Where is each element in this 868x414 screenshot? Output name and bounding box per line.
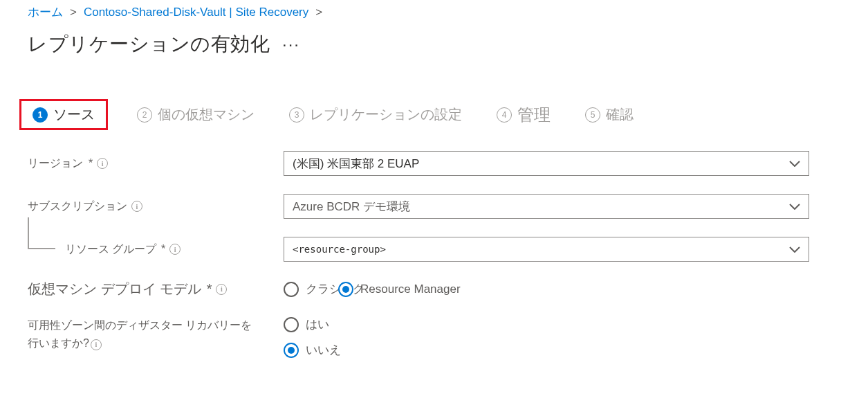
info-icon[interactable]: i [91, 339, 102, 350]
subscription-select-value: Azure BCDR デモ環境 [293, 199, 410, 215]
radio-icon [338, 282, 353, 297]
region-select-value: (米国) 米国東部 2 EUAP [293, 156, 419, 172]
info-icon[interactable]: i [131, 201, 142, 212]
label-resource-group: リソース グループ * i [28, 242, 284, 257]
resource-group-select[interactable]: <resource-group> [284, 237, 809, 262]
label-subscription-text: サブスクリプション [28, 199, 127, 214]
az-option-yes-label: はい [306, 316, 329, 332]
row-availability-zone: 可用性ゾーン間のディザスター リカバリーを 行いますか?i はい いいえ [28, 316, 840, 368]
step-source[interactable]: 1 ソース [19, 99, 108, 130]
wizard-steps: 1 ソース 2 個の仮想マシン 3 レプリケーションの設定 4 管理 5 確認 [19, 99, 840, 130]
step-vms-badge: 2 [137, 107, 152, 123]
breadcrumb: ホーム > Contoso-Shared-Disk-Vault | Site R… [28, 0, 840, 20]
breadcrumb-home[interactable]: ホーム [28, 4, 63, 20]
info-icon[interactable]: i [169, 244, 181, 255]
step-manage-label: 管理 [517, 104, 551, 126]
breadcrumb-sep-2: > [315, 6, 322, 19]
az-option-no-label: いいえ [306, 342, 341, 358]
breadcrumb-sep-1: > [70, 6, 77, 19]
step-source-badge: 1 [33, 107, 48, 123]
step-review[interactable]: 5 確認 [580, 102, 639, 127]
step-replication-settings[interactable]: 3 レプリケーションの設定 [284, 102, 468, 127]
step-replication-label: レプリケーションの設定 [310, 105, 462, 124]
label-resource-group-text: リソース グループ * [65, 242, 165, 257]
step-manage[interactable]: 4 管理 [491, 101, 556, 129]
step-review-label: 確認 [606, 105, 634, 124]
step-replication-badge: 3 [289, 107, 304, 123]
page-root: ホーム > Contoso-Shared-Disk-Vault | Site R… [0, 0, 868, 413]
chevron-down-icon [789, 203, 800, 210]
step-review-badge: 5 [585, 107, 600, 123]
control-resource-group: <resource-group> [284, 237, 809, 262]
az-option-no[interactable]: いいえ [284, 342, 809, 358]
radio-icon [284, 317, 299, 332]
chevron-down-icon [789, 160, 800, 167]
step-manage-badge: 4 [497, 107, 512, 123]
radio-icon [284, 343, 299, 358]
control-deploy-model: クラシック Resource Manager [284, 281, 809, 297]
subscription-select[interactable]: Azure BCDR デモ環境 [284, 194, 809, 219]
indent-connector [28, 217, 55, 249]
row-deploy-model: 仮想マシン デプロイ モデル * i クラシック Resource Manage… [28, 280, 840, 298]
radio-icon [284, 282, 299, 297]
label-deploy-model: 仮想マシン デプロイ モデル * i [28, 280, 284, 298]
page-title: レプリケーションの有効化 [28, 31, 270, 57]
label-subscription: サブスクリプション i [28, 199, 284, 214]
chevron-down-icon [789, 246, 800, 253]
region-select[interactable]: (米国) 米国東部 2 EUAP [284, 151, 809, 176]
label-availability-zone-text: 可用性ゾーン間のディザスター リカバリーを 行いますか?i [28, 316, 252, 352]
label-availability-zone: 可用性ゾーン間のディザスター リカバリーを 行いますか?i [28, 316, 284, 352]
control-subscription: Azure BCDR デモ環境 [284, 194, 809, 219]
info-icon[interactable]: i [97, 158, 108, 169]
breadcrumb-vault[interactable]: Contoso-Shared-Disk-Vault | Site Recover… [84, 6, 308, 19]
form-area: リージョン* i (米国) 米国東部 2 EUAP サブスクリプション i Az… [28, 151, 840, 368]
label-region-text: リージョン [28, 156, 83, 171]
step-source-label: ソース [53, 105, 95, 124]
page-title-row: レプリケーションの有効化 ··· [28, 31, 840, 57]
label-region-req: * [89, 157, 93, 170]
deploy-option-rm-label: Resource Manager [360, 282, 461, 296]
step-vms[interactable]: 2 個の仮想マシン [131, 102, 260, 127]
deploy-option-rm[interactable]: Resource Manager [338, 282, 461, 297]
control-availability-zone: はい いいえ [284, 316, 809, 368]
az-option-yes[interactable]: はい [284, 316, 809, 332]
control-region: (米国) 米国東部 2 EUAP [284, 151, 809, 176]
row-region: リージョン* i (米国) 米国東部 2 EUAP [28, 151, 840, 176]
row-subscription: サブスクリプション i Azure BCDR デモ環境 [28, 194, 840, 219]
more-actions-button[interactable]: ··· [282, 36, 300, 53]
label-deploy-model-text: 仮想マシン デプロイ モデル * [28, 280, 212, 298]
label-region: リージョン* i [28, 156, 284, 171]
info-icon[interactable]: i [216, 284, 227, 295]
resource-group-select-value: <resource-group> [293, 244, 386, 255]
row-resource-group: リソース グループ * i <resource-group> [28, 237, 840, 262]
step-vms-label: 個の仮想マシン [158, 105, 255, 124]
